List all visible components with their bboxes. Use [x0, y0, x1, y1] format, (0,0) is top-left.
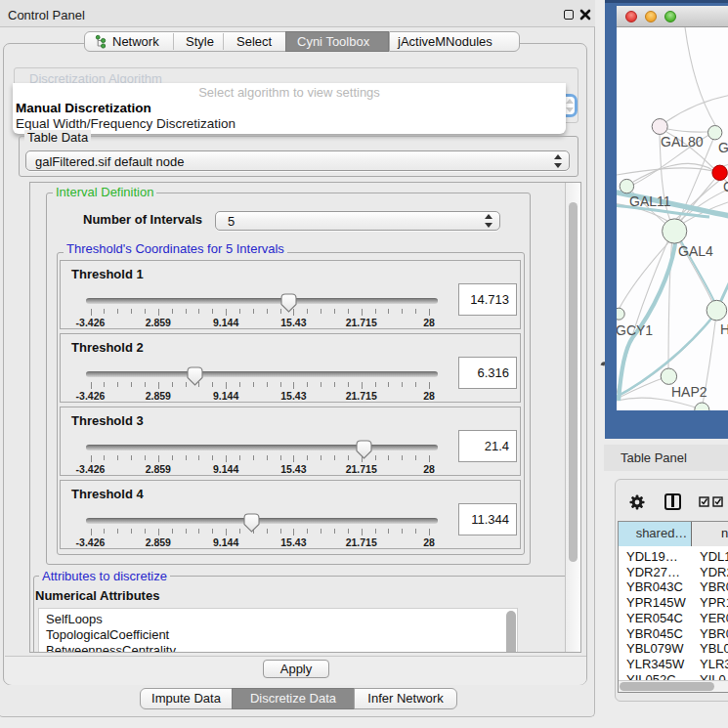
svg-text:C: C	[723, 179, 728, 194]
svg-text:HAP2: HAP2	[671, 384, 707, 400]
svg-text:GAL80: GAL80	[661, 134, 704, 150]
svg-text:H: H	[720, 321, 728, 337]
svg-text:G: G	[718, 140, 728, 155]
svg-text:GAL11: GAL11	[629, 193, 671, 209]
svg-text:GAL4: GAL4	[678, 243, 713, 259]
svg-text:GCY1: GCY1	[617, 322, 653, 338]
